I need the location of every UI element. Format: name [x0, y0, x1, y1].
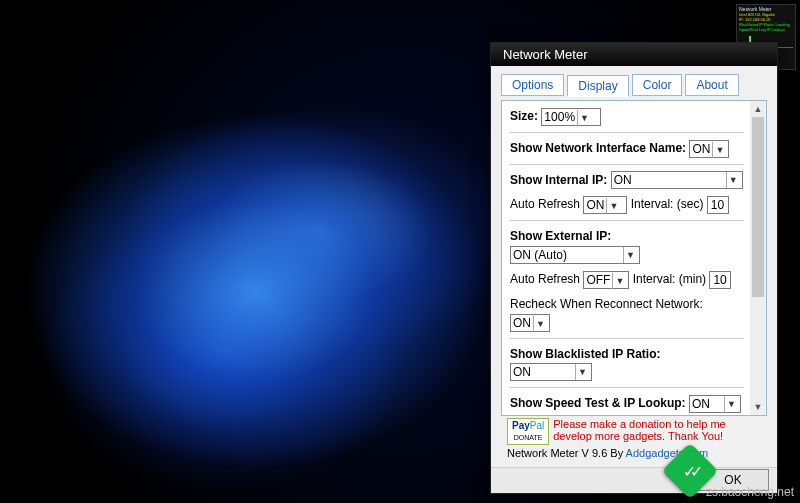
settings-dialog: Network Meter Options Display Color Abou… [490, 42, 778, 494]
tab-display[interactable]: Display [567, 75, 628, 97]
external-autorefresh-select[interactable]: OFF▼ [583, 271, 629, 289]
gadget-links: SpeedTest Log IP Lookup [739, 27, 793, 32]
tab-pane: Size: 100%▼ Show Network Interface Name:… [501, 100, 767, 416]
scroll-thumb[interactable] [752, 117, 764, 297]
chevron-down-icon: ▼ [726, 172, 740, 188]
donate-message: Please make a donation to help me develo… [553, 418, 761, 442]
external-interval-input[interactable]: 10 [709, 271, 731, 289]
dialog-titlebar[interactable]: Network Meter [491, 43, 777, 66]
tab-about[interactable]: About [685, 74, 738, 96]
scroll-down-icon[interactable]: ▼ [750, 399, 766, 415]
chevron-down-icon: ▼ [724, 396, 738, 412]
tab-strip: Options Display Color About [501, 74, 767, 96]
chevron-down-icon: ▼ [606, 198, 620, 214]
chevron-down-icon: ▼ [712, 142, 726, 158]
external-interval-label: Interval: (min) [633, 272, 706, 286]
paypal-donate-button[interactable]: PayPal DONATE [507, 418, 549, 445]
tab-color[interactable]: Color [632, 74, 683, 96]
chevron-down-icon: ▼ [575, 364, 589, 380]
internal-autorefresh-select[interactable]: ON▼ [583, 196, 627, 214]
watermark: zs.baocheng.net [706, 485, 794, 499]
show-external-ip-select[interactable]: ON (Auto)▼ [510, 246, 640, 264]
show-iface-label: Show Network Interface Name: [510, 141, 686, 155]
show-blacklist-label: Show Blacklisted IP Ratio: [510, 347, 660, 361]
tab-options[interactable]: Options [501, 74, 564, 96]
show-blacklist-select[interactable]: ON▼ [510, 363, 592, 381]
show-internal-ip-select[interactable]: ON▼ [611, 171, 743, 189]
recheck-select[interactable]: ON▼ [510, 314, 550, 332]
chevron-down-icon: ▼ [577, 110, 591, 126]
scroll-up-icon[interactable]: ▲ [750, 101, 766, 117]
external-autorefresh-label: Auto Refresh [510, 272, 580, 286]
show-external-ip-label: Show External IP: [510, 229, 611, 243]
internal-interval-label: Interval: (sec) [631, 197, 704, 211]
dialog-title: Network Meter [503, 47, 588, 62]
byline: Network Meter V 9.6 By Addgadgets.com [507, 447, 761, 459]
internal-autorefresh-label: Auto Refresh [510, 197, 580, 211]
show-speedtest-label: Show Speed Test & IP Lookup: [510, 396, 686, 410]
size-label: Size: [510, 109, 538, 123]
pane-scrollbar[interactable]: ▲ ▼ [750, 101, 766, 415]
show-iface-select[interactable]: ON▼ [689, 140, 729, 158]
internal-interval-input[interactable]: 10 [707, 196, 729, 214]
show-internal-ip-label: Show Internal IP: [510, 173, 607, 187]
dialog-body: Options Display Color About Size: 100%▼ … [491, 66, 777, 467]
dialog-footer: PayPal DONATE Please make a donation to … [501, 416, 767, 459]
recheck-label: Recheck When Reconnect Network: [510, 297, 703, 311]
chevron-down-icon: ▼ [612, 273, 626, 289]
show-speedtest-select[interactable]: ON▼ [689, 395, 741, 413]
chevron-down-icon: ▼ [533, 316, 547, 332]
chevron-down-icon: ▼ [623, 247, 637, 263]
size-select[interactable]: 100%▼ [541, 108, 601, 126]
